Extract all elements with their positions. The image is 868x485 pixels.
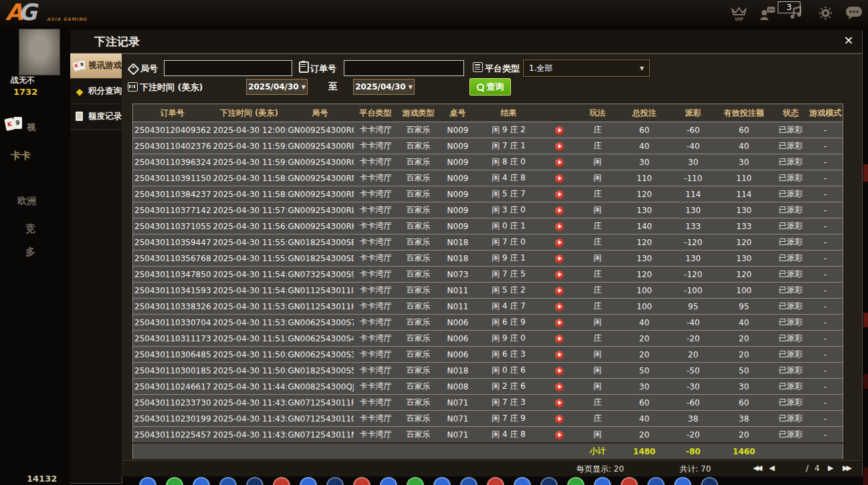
- cell: -: [808, 154, 843, 170]
- cell: 庄: [578, 138, 617, 154]
- user-chat-icon[interactable]: [759, 3, 776, 22]
- cell: 已派彩: [774, 122, 808, 138]
- order-input[interactable]: [344, 60, 464, 76]
- cell: 2025-04-30 11:43:36: [212, 411, 287, 427]
- cell: 250430110233730: [133, 395, 212, 411]
- cell: 250430110225457: [133, 427, 212, 444]
- play-icon[interactable]: [555, 351, 564, 359]
- column-header: 派彩: [672, 104, 715, 122]
- background-text: 多: [25, 246, 35, 259]
- next-page-icon[interactable]: ▶: [828, 464, 833, 472]
- chip: [701, 477, 718, 485]
- cell: 闲 6 庄 9: [477, 315, 541, 331]
- play-icon[interactable]: [555, 415, 564, 424]
- query-button[interactable]: 查询: [469, 78, 511, 96]
- play-icon[interactable]: [555, 335, 564, 343]
- background-fragment: [863, 374, 868, 389]
- cell: 40: [715, 315, 774, 331]
- cell: -: [808, 283, 843, 299]
- first-page-icon[interactable]: ◀◀: [753, 464, 760, 472]
- close-icon[interactable]: ×: [841, 33, 856, 47]
- play-icon[interactable]: [555, 255, 564, 263]
- play-icon[interactable]: [555, 271, 564, 279]
- cell: -40: [672, 138, 715, 154]
- play-icon[interactable]: [555, 431, 564, 440]
- play-icon[interactable]: [555, 126, 564, 135]
- cell: 闲 9 庄 1: [477, 251, 541, 267]
- table-row: 2504301103594472025-04-30 11:55:53GN0182…: [133, 234, 843, 251]
- play-icon[interactable]: [555, 174, 564, 183]
- table-row: 2504301103567682025-04-30 11:55:36GN0182…: [133, 251, 843, 267]
- cell: N006: [439, 347, 477, 363]
- cell: -60: [672, 395, 715, 411]
- cell: 百家乐: [398, 154, 439, 170]
- chip: [433, 477, 451, 485]
- cards-icon: K9: [74, 60, 86, 72]
- play-icon[interactable]: [555, 142, 564, 151]
- chat-icon[interactable]: [845, 3, 863, 22]
- prev-page-icon[interactable]: ◀: [769, 464, 774, 472]
- cell: GN006254300S4: [287, 331, 354, 347]
- play-icon[interactable]: [555, 303, 564, 311]
- cell: 20: [617, 427, 672, 444]
- order-label: 订单号: [310, 63, 336, 75]
- sidebar-item-video-games[interactable]: K9视讯游戏: [70, 53, 122, 79]
- play-icon[interactable]: [555, 238, 564, 247]
- round-input[interactable]: [164, 60, 292, 76]
- list-icon: [473, 62, 483, 72]
- cell: 250430110391150: [133, 170, 212, 186]
- cards-icon: K9: [5, 117, 25, 132]
- cell: N071: [439, 395, 477, 411]
- cell: 250430110384237: [133, 186, 212, 202]
- play-icon[interactable]: [555, 158, 564, 167]
- table-row: 2504301102466172025-04-30 11:44:59GN0082…: [133, 379, 843, 395]
- platform-select[interactable]: 1.全部 ▼: [523, 59, 650, 77]
- chip: [219, 477, 237, 485]
- chip: [594, 477, 611, 485]
- cell: 卡卡湾厅: [354, 218, 398, 234]
- cell: 114: [715, 186, 774, 202]
- last-page-icon[interactable]: ▶▶: [843, 464, 850, 472]
- cell: [541, 138, 578, 154]
- play-icon[interactable]: [555, 222, 564, 231]
- date-to-picker[interactable]: 2025/04/30 ▼: [353, 79, 415, 95]
- play-icon[interactable]: [555, 367, 564, 375]
- cell: 2025-04-30 11:53:14: [212, 315, 287, 331]
- vip-icon[interactable]: VIP: [730, 3, 748, 22]
- search-icon: [477, 84, 484, 91]
- cell: 140: [617, 218, 672, 234]
- gear-icon[interactable]: [817, 3, 834, 22]
- page-separator: /: [806, 464, 808, 473]
- cell: [133, 443, 578, 460]
- play-icon[interactable]: [555, 287, 564, 295]
- cell: -: [808, 363, 843, 379]
- table-row: 2504301103001852025-04-30 11:50:09GN0182…: [133, 363, 843, 379]
- page-number-input[interactable]: 3: [778, 1, 800, 13]
- background-fragment: [863, 313, 868, 327]
- cell: N009: [439, 186, 477, 202]
- cell: 120: [715, 267, 774, 283]
- cell: GN0712543011O: [287, 411, 354, 427]
- play-icon[interactable]: [555, 206, 564, 215]
- sidebar-item-credit-log[interactable]: 额度记录: [70, 104, 122, 130]
- logo-subtitle: ASIA GAMING: [47, 17, 87, 22]
- background-fragment: [863, 164, 868, 182]
- sidebar-item-points-query[interactable]: ◆积分查询: [70, 79, 122, 104]
- cell: 卡卡湾厅: [354, 283, 398, 299]
- date-from-picker[interactable]: 2025/04/30 ▼: [246, 79, 308, 95]
- cell: 百家乐: [398, 186, 439, 202]
- table-row: 2504301103911502025-04-30 11:58:47GN0092…: [133, 170, 843, 186]
- cell: 闲: [578, 202, 617, 218]
- play-icon[interactable]: [555, 319, 564, 327]
- play-icon[interactable]: [555, 399, 564, 408]
- cell: GN018254300SD: [287, 251, 354, 267]
- cell: 130: [672, 251, 715, 267]
- play-icon[interactable]: [555, 383, 564, 391]
- cell: [541, 202, 578, 218]
- cell: 百家乐: [398, 315, 439, 331]
- play-icon[interactable]: [555, 190, 564, 199]
- cell: -: [808, 315, 843, 331]
- cell: 闲: [578, 427, 617, 444]
- cell: 闲 5 庄 2: [477, 283, 541, 299]
- table-row: 2504301103478502025-04-30 11:54:48GN0732…: [133, 267, 843, 283]
